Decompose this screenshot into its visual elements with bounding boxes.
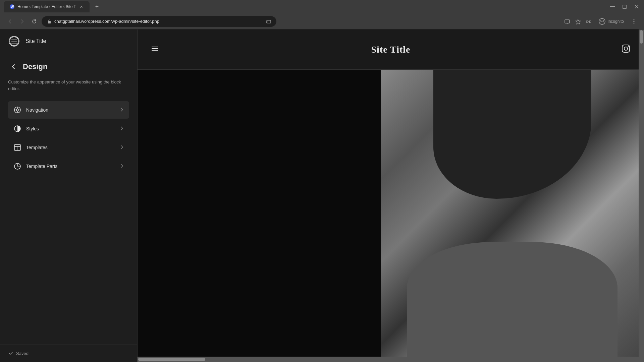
menu-item-styles[interactable]: Styles: [8, 120, 129, 137]
browser-tab-active[interactable]: W Home ‹ Template ‹ Editor ‹ Site T ✕: [4, 1, 90, 12]
sidebar-header: Site Title: [0, 29, 137, 53]
screencast-icon-button[interactable]: [562, 17, 572, 26]
navigation-icon: [13, 105, 22, 115]
forward-nav-button[interactable]: [17, 17, 27, 26]
svg-rect-2: [610, 6, 615, 7]
svg-point-15: [634, 21, 635, 22]
preview-hamburger-icon: [151, 45, 159, 54]
template-parts-chevron-icon: [119, 163, 124, 170]
svg-point-11: [599, 18, 605, 24]
horizontal-scrollbar-thumb[interactable]: [138, 358, 205, 361]
preview-site-title: Site Title: [371, 44, 410, 55]
svg-point-19: [16, 109, 18, 111]
extensions-icon-button[interactable]: [584, 17, 593, 26]
vertical-scrollbar-thumb[interactable]: [640, 30, 643, 44]
new-tab-button[interactable]: +: [92, 2, 102, 11]
wordpress-logo-icon: [9, 36, 19, 47]
design-panel: Design Customize the appearance of your …: [0, 53, 137, 345]
browser-menu-button[interactable]: [629, 17, 639, 26]
svg-rect-25: [14, 144, 20, 150]
preview-instagram-icon: [621, 44, 631, 55]
window-controls: [609, 3, 640, 10]
sidebar-footer: Saved: [0, 345, 137, 362]
browser-chrome: W Home ‹ Template ‹ Editor ‹ Site T ✕ +: [0, 0, 644, 29]
svg-rect-10: [589, 21, 591, 22]
svg-rect-6: [48, 21, 51, 23]
template-parts-icon: [13, 162, 22, 171]
menu-list: Navigation Styles: [8, 101, 129, 175]
browser-toolbar: Incognito: [0, 13, 644, 29]
sidebar: Site Title Design Customize the appearan…: [0, 29, 138, 362]
back-button[interactable]: [8, 61, 19, 72]
preview-content[interactable]: Site Title: [138, 29, 644, 357]
profile-button[interactable]: Incognito: [595, 17, 628, 26]
address-bar[interactable]: [42, 16, 276, 27]
svg-point-34: [628, 46, 629, 47]
styles-icon: [13, 124, 22, 133]
svg-rect-3: [623, 5, 626, 8]
back-arrow-icon: [10, 63, 17, 70]
menu-item-templates[interactable]: Templates: [8, 139, 129, 156]
back-nav-button[interactable]: [5, 17, 15, 26]
tab-title: Home ‹ Template ‹ Editor ‹ Site T: [17, 4, 76, 9]
navigation-chevron-icon: [119, 107, 124, 113]
maximize-button[interactable]: [621, 3, 628, 10]
close-button[interactable]: [633, 3, 640, 10]
saved-check-icon: [8, 350, 13, 357]
design-description: Customize the appearance of your website…: [8, 79, 129, 92]
wordpress-logo[interactable]: [8, 35, 20, 47]
vertical-scrollbar[interactable]: [639, 29, 644, 362]
refresh-nav-button[interactable]: [30, 17, 39, 26]
svg-point-13: [603, 21, 604, 22]
design-heading: Design: [23, 62, 47, 71]
lock-icon: [47, 19, 52, 24]
cast-icon: [266, 19, 271, 24]
menu-item-template-parts[interactable]: Template Parts: [8, 158, 129, 175]
svg-point-12: [601, 21, 602, 22]
svg-point-33: [624, 47, 628, 50]
svg-point-14: [634, 19, 635, 20]
preview-right-panel: [381, 70, 644, 357]
browser-titlebar: W Home ‹ Template ‹ Editor ‹ Site T ✕ +: [0, 0, 644, 13]
svg-rect-9: [586, 21, 588, 22]
templates-label: Templates: [26, 145, 115, 150]
styles-label: Styles: [26, 126, 115, 131]
favicon-icon: W: [9, 4, 15, 9]
site-title: Site Title: [25, 38, 46, 44]
navigation-label: Navigation: [26, 107, 115, 113]
preview-body: [138, 70, 644, 357]
incognito-avatar-icon: [599, 18, 605, 25]
horizontal-scrollbar[interactable]: [138, 357, 639, 362]
toolbar-icons: Incognito: [562, 17, 639, 26]
app-container: Site Title Design Customize the appearan…: [0, 29, 644, 362]
svg-point-16: [634, 22, 635, 23]
templates-icon: [13, 143, 22, 152]
minimize-button[interactable]: [609, 3, 616, 10]
preview-left-panel: [138, 70, 381, 357]
menu-item-navigation[interactable]: Navigation: [8, 101, 129, 119]
styles-chevron-icon: [119, 126, 124, 132]
url-input[interactable]: [54, 19, 264, 24]
svg-text:W: W: [11, 5, 14, 9]
preview-header: Site Title: [138, 29, 644, 70]
bookmark-icon-button[interactable]: [573, 17, 583, 26]
svg-rect-8: [565, 20, 570, 23]
canvas-area: Site Title: [138, 29, 644, 362]
incognito-label: Incognito: [607, 19, 624, 24]
design-panel-header: Design: [8, 61, 129, 72]
templates-chevron-icon: [119, 144, 124, 151]
template-parts-label: Template Parts: [26, 164, 115, 169]
tab-close-button[interactable]: ✕: [79, 4, 84, 9]
hero-photo: [381, 70, 644, 357]
saved-status-label: Saved: [16, 351, 29, 356]
